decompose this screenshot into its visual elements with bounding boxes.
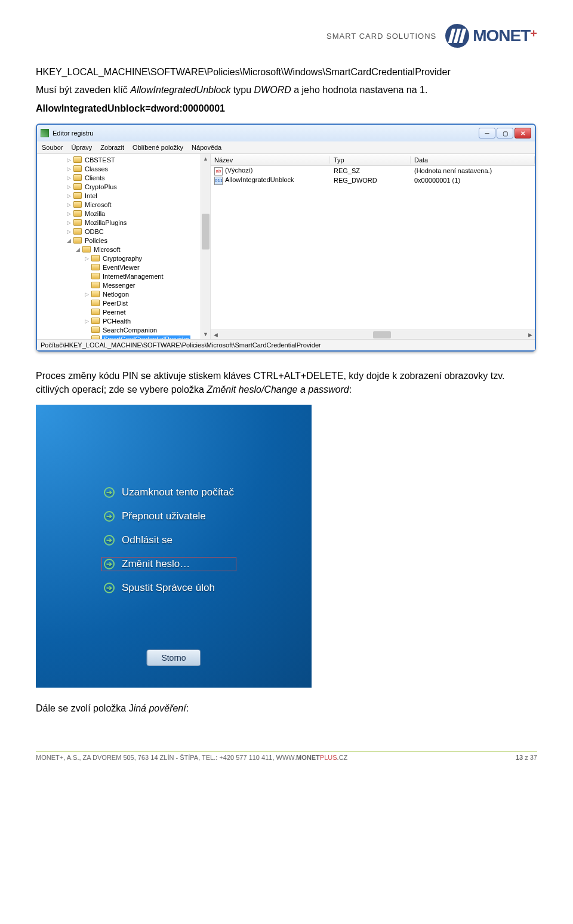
tree-item[interactable]: EventViewer [42,263,210,272]
list-row[interactable]: ab(Výchozí)REG_SZ(Hodnota není nastavena… [211,166,535,175]
expand-toggle-icon[interactable] [84,327,90,333]
menu-zobrazit[interactable]: Zobrazit [100,144,124,151]
cad-item-label: Přepnout uživatele [122,510,206,522]
close-button[interactable]: ✕ [515,128,531,138]
tree-item-label: MozillaPlugins [84,219,127,226]
expand-toggle-icon[interactable]: ▷ [84,255,90,261]
tree-item-label: Microsoft [84,201,112,208]
expand-toggle-icon[interactable] [84,309,90,315]
tree-item[interactable]: ▷Cryptography [42,254,210,263]
menu-oblibene[interactable]: Oblíbené položky [133,144,183,151]
hscroll-thumb[interactable] [373,331,391,338]
regedit-menubar: Soubor Úpravy Zobrazit Oblíbené položky … [37,141,535,154]
tree-scrollbar[interactable]: ▲ ▼ [201,154,210,339]
tree-item[interactable]: ▷Microsoft [42,200,210,209]
regedit-list: Název Typ Data ab(Výchozí)REG_SZ(Hodnota… [211,154,535,339]
cad-item-label: Spustit Správce úloh [122,582,215,594]
expand-toggle-icon[interactable]: ▷ [66,228,72,235]
expand-toggle-icon[interactable]: ▷ [66,192,72,199]
value-type: REG_SZ [330,167,411,174]
list-row[interactable]: 011AllowIntegratedUnblockREG_DWORD0x0000… [211,175,535,185]
folder-icon [91,273,100,279]
column-data[interactable]: Data [411,156,535,164]
cad-menu-item[interactable]: ➔Uzamknout tento počítač [101,485,236,500]
regedit-screenshot: Editor registru ─ ▢ ✕ Soubor Úpravy Zobr… [36,124,536,352]
arrow-right-icon: ➔ [104,487,115,498]
column-name[interactable]: Název [211,156,330,164]
scroll-up-arrow-icon[interactable]: ▲ [201,154,210,164]
storno-button[interactable]: Storno [146,649,201,666]
hscroll-left-arrow-icon[interactable]: ◀ [211,332,220,338]
tree-item[interactable]: Messenger [42,281,210,289]
tree-item-label: Cryptography [102,255,143,262]
expand-toggle-icon[interactable]: ▷ [66,156,72,163]
tree-item[interactable]: ◢Policies [42,236,210,245]
arrow-right-icon: ➔ [104,511,115,522]
expand-toggle-icon[interactable]: ◢ [66,237,72,244]
expand-toggle-icon[interactable] [84,264,90,270]
value-name: (Výchozí) [225,167,252,174]
page-header: SMART CARD SOLUTIONS MONET+ [36,24,537,48]
expand-toggle-icon[interactable] [84,300,90,306]
footer-page-number: 13 z 37 [516,754,537,761]
scroll-thumb[interactable] [202,214,210,250]
expand-toggle-icon[interactable]: ▷ [66,183,72,190]
regedit-app-icon [41,129,49,137]
minimize-button[interactable]: ─ [479,128,495,138]
tree-item[interactable]: ▷Intel [42,191,210,200]
expand-toggle-icon[interactable] [84,335,90,339]
folder-icon [91,255,100,261]
list-hscrollbar[interactable]: ◀ ▶ [211,329,535,339]
regedit-tree[interactable]: ▷CBSTEST▷Classes▷Clients▷CryptoPlus▷Inte… [37,154,211,339]
menu-napoveda[interactable]: Nápověda [192,144,221,151]
tree-item[interactable]: ▷ODBC [42,227,210,236]
expand-toggle-icon[interactable]: ▷ [66,219,72,226]
list-column-headers[interactable]: Název Typ Data [211,154,535,166]
cad-menu-item[interactable]: ➔Změnit heslo… [101,557,236,571]
cad-menu-item[interactable]: ➔Spustit Správce úloh [101,581,236,595]
tree-item-label: Netlogon [102,291,130,298]
expand-toggle-icon[interactable]: ◢ [75,246,81,252]
cad-menu-item[interactable]: ➔Přepnout uživatele [101,509,236,523]
expand-toggle-icon[interactable]: ▷ [66,201,72,208]
tree-item[interactable]: ▷CryptoPlus [42,182,210,191]
expand-toggle-icon[interactable] [84,282,90,288]
expand-toggle-icon[interactable]: ▷ [84,291,90,297]
tree-item[interactable]: ▷Mozilla [42,209,210,218]
tree-item[interactable]: ▷Netlogon [42,289,210,298]
tree-item[interactable]: ▷MozillaPlugins [42,218,210,227]
maximize-button[interactable]: ▢ [497,128,513,138]
tree-item[interactable]: ▷PCHealth [42,316,210,325]
expand-toggle-icon[interactable]: ▷ [66,174,72,181]
expand-toggle-icon[interactable] [84,273,90,279]
value-type: REG_DWORD [330,177,411,184]
value-name: AllowIntegratedUnblock [225,176,294,183]
folder-icon [73,228,82,235]
column-typ[interactable]: Typ [330,156,411,164]
expand-toggle-icon[interactable]: ▷ [66,210,72,217]
folder-icon [73,210,82,217]
tree-item[interactable]: InternetManagement [42,272,210,281]
tree-item-label: PeerDist [102,300,128,307]
value-data: (Hodnota není nastavena.) [411,167,535,174]
menu-upravy[interactable]: Úpravy [71,144,92,151]
tree-item[interactable]: SmartCardCredentialProvider [42,334,210,339]
cad-menu-item[interactable]: ➔Odhlásit se [101,533,236,547]
tree-item[interactable]: ▷Clients [42,173,210,182]
tree-item[interactable]: PeerDist [42,298,210,307]
tree-item-label: Classes [84,165,109,173]
expand-toggle-icon[interactable]: ▷ [66,165,72,172]
tree-item[interactable]: ◢Microsoft [42,245,210,254]
tree-item-label: Intel [84,192,98,199]
dword-value-icon: 011 [214,177,223,185]
tree-item[interactable]: Peernet [42,307,210,316]
menu-soubor[interactable]: Soubor [42,144,63,151]
hscroll-right-arrow-icon[interactable]: ▶ [525,332,535,338]
tree-item[interactable]: ▷CBSTEST [42,155,210,164]
tree-item-label: EventViewer [102,264,140,271]
scroll-down-arrow-icon[interactable]: ▼ [201,329,210,339]
tree-item[interactable]: ▷Classes [42,164,210,173]
folder-icon [91,300,100,306]
expand-toggle-icon[interactable]: ▷ [84,318,90,324]
tree-item[interactable]: SearchCompanion [42,325,210,334]
